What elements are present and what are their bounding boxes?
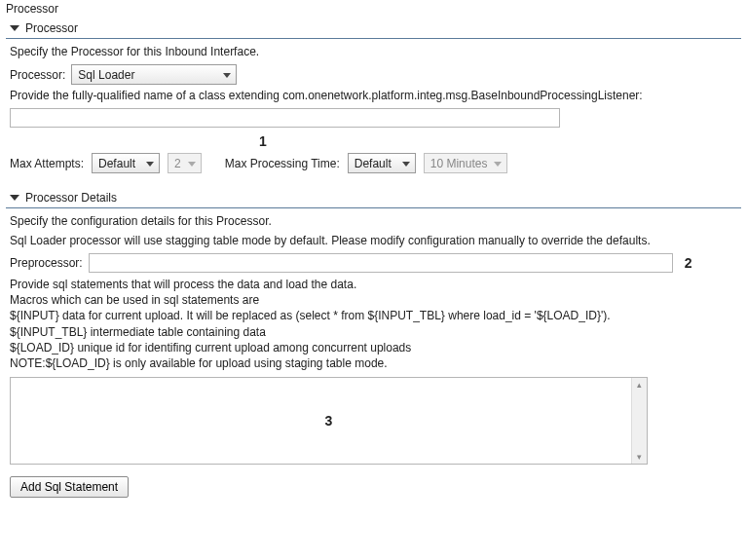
- processor-section-header[interactable]: Processor: [6, 19, 741, 39]
- max-proc-value: Default: [355, 157, 392, 170]
- details-note: Sql Loader processor will use stagging t…: [10, 234, 737, 247]
- preprocessor-input[interactable]: [89, 253, 673, 273]
- processor-section-title: Processor: [25, 21, 78, 35]
- chevron-down-icon: [146, 162, 154, 167]
- processor-combo-value: Sql Loader: [78, 68, 134, 82]
- max-attempts-num-combo: 2: [168, 153, 202, 173]
- twisty-down-icon: [10, 25, 19, 31]
- sql-help-block: Provide sql statements that will process…: [10, 277, 737, 371]
- max-proc-label: Max Processing Time:: [225, 157, 340, 170]
- listener-help: Provide the fully-qualified name of a cl…: [10, 89, 737, 102]
- max-attempts-num-value: 2: [174, 157, 181, 170]
- scroll-down-icon: ▾: [637, 452, 642, 462]
- details-intro: Specify the configuration details for th…: [10, 214, 737, 228]
- processor-details-header[interactable]: Processor Details: [6, 189, 741, 208]
- add-sql-statement-button[interactable]: Add Sql Statement: [10, 476, 129, 498]
- twisty-down-icon: [10, 195, 19, 201]
- processor-label: Processor:: [10, 68, 65, 82]
- preprocessor-label: Preprocessor:: [10, 256, 83, 270]
- callout-2: 2: [685, 255, 692, 271]
- scroll-up-icon: ▴: [637, 380, 642, 390]
- chevron-down-icon: [402, 162, 410, 167]
- chevron-down-icon: [494, 162, 502, 167]
- chevron-down-icon: [188, 162, 196, 167]
- max-attempts-label: Max Attempts:: [10, 157, 84, 170]
- window-title: Processor: [0, 0, 747, 19]
- max-proc-combo[interactable]: Default: [348, 153, 416, 173]
- max-proc-dur-value: 10 Minutes: [430, 157, 488, 170]
- chevron-down-icon: [223, 73, 231, 78]
- max-attempts-value: Default: [98, 157, 135, 170]
- processor-section: Processor Specify the Processor for this…: [6, 19, 741, 181]
- callout-3: 3: [325, 413, 333, 429]
- max-attempts-combo[interactable]: Default: [92, 153, 160, 173]
- processor-intro: Specify the Processor for this Inbound I…: [10, 45, 737, 58]
- scrollbar[interactable]: ▴ ▾: [631, 378, 647, 464]
- sql-statement-area[interactable]: 3 ▴ ▾: [10, 377, 648, 465]
- callout-1: 1: [259, 133, 267, 149]
- processor-details-section: Processor Details Specify the configurat…: [6, 189, 741, 502]
- processor-combo[interactable]: Sql Loader: [71, 64, 237, 85]
- max-proc-dur-combo: 10 Minutes: [424, 153, 508, 173]
- processor-details-title: Processor Details: [25, 191, 117, 205]
- listener-class-input[interactable]: [10, 108, 560, 128]
